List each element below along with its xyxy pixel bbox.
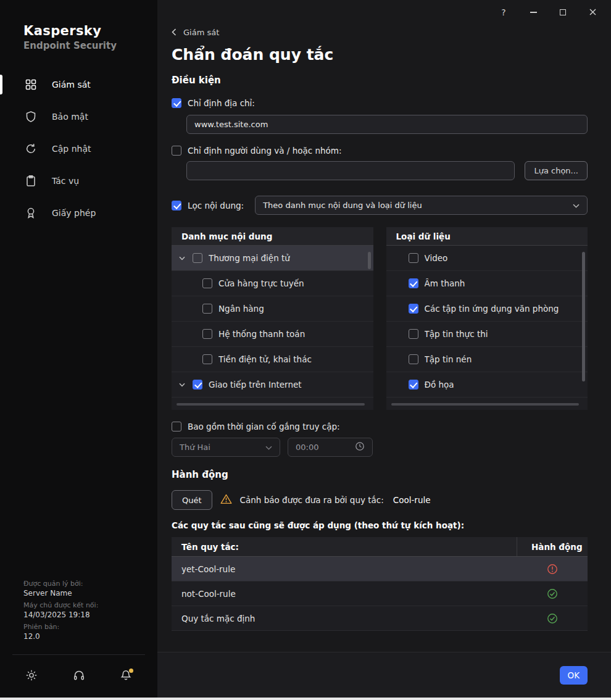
address-checkbox-row: Chỉ định địa chỉ: <box>172 98 588 108</box>
horizontal-scrollbar[interactable] <box>177 403 365 406</box>
sidebar-nav: Giám sát Bảo mật Cập nhật Tác vụ <box>0 69 157 229</box>
rules-table: Tên quy tắc: Hành động yet-Cool-rule not… <box>172 537 588 631</box>
list-item[interactable]: Video <box>386 246 588 271</box>
datatype-checkbox[interactable] <box>409 354 418 364</box>
scan-button[interactable]: Quét <box>172 490 212 510</box>
category-checkbox[interactable] <box>202 304 212 314</box>
content-filter-checkbox[interactable] <box>172 201 181 210</box>
table-row[interactable]: yet-Cool-rule <box>172 557 588 581</box>
minimize-button[interactable] <box>518 0 548 25</box>
category-checkbox[interactable] <box>202 278 212 288</box>
success-icon <box>517 588 588 599</box>
main-area: ? Giám sát Chẩn đoán quy tắc Điều kiện C… <box>157 0 611 698</box>
triggered-rule-name: Cool-rule <box>393 495 431 505</box>
list-item[interactable]: Tập tin nén <box>386 347 588 372</box>
vertical-scrollbar[interactable] <box>368 252 371 269</box>
support-button[interactable] <box>69 666 89 687</box>
ok-button[interactable]: OK <box>560 666 588 685</box>
list-item[interactable]: Đồ họa <box>386 372 588 398</box>
vertical-scrollbar[interactable] <box>582 252 585 381</box>
managed-by-value: Server Name <box>23 589 141 598</box>
notification-dot <box>129 669 133 673</box>
refresh-icon <box>25 143 37 155</box>
version-label: Phiên bản: <box>23 623 141 631</box>
tree-item[interactable]: Cửa hàng trực tuyến <box>172 271 373 296</box>
filter-panels: Danh mục nội dung Thương mại điện tử Cửa… <box>172 227 588 410</box>
action-column-header: Hành động <box>517 537 588 556</box>
chevron-down-icon[interactable] <box>178 256 186 260</box>
version-value: 12.0 <box>23 632 141 641</box>
rule-name-column-header: Tên quy tắc: <box>172 542 517 552</box>
clock-icon <box>355 441 365 453</box>
help-button[interactable]: ? <box>489 0 518 25</box>
chevron-down-icon[interactable] <box>178 383 186 387</box>
sidebar-item-label: Giấy phép <box>52 208 96 218</box>
settings-button[interactable] <box>21 666 42 687</box>
address-checkbox[interactable] <box>172 98 181 108</box>
day-select[interactable]: Thứ Hai <box>172 438 280 457</box>
horizontal-scrollbar[interactable] <box>391 403 580 406</box>
datatype-checkbox[interactable] <box>409 253 418 263</box>
tree-item[interactable]: Hệ thống thanh toán <box>172 322 373 347</box>
list-item[interactable]: Các tập tin ứng dụng văn phòng <box>386 296 588 322</box>
tree-item[interactable]: Thương mại điện tử <box>172 246 373 271</box>
page-content: Giám sát Chẩn đoán quy tắc Điều kiện Chỉ… <box>157 25 611 631</box>
tree-item[interactable]: Ngân hàng <box>172 296 373 322</box>
content-filter-label: Lọc nội dung: <box>188 201 244 210</box>
category-checkbox[interactable] <box>193 253 202 263</box>
sidebar-item-tasks[interactable]: Tác vụ <box>0 165 157 197</box>
time-value: 00:00 <box>296 443 318 452</box>
chevron-down-icon <box>573 201 580 210</box>
close-button[interactable] <box>578 0 607 25</box>
success-icon <box>517 613 588 624</box>
time-checkbox-row: Bao gồm thời gian cố gắng truy cập: <box>172 422 588 431</box>
tree-item-label: Cửa hàng trực tuyến <box>218 278 304 288</box>
address-input[interactable] <box>186 115 588 134</box>
time-input[interactable]: 00:00 <box>288 438 373 457</box>
category-checkbox[interactable] <box>202 354 212 364</box>
maximize-button[interactable] <box>548 0 578 25</box>
tree-item[interactable]: Tiền điện tử, khai thác <box>172 347 373 372</box>
select-users-button[interactable]: Lựa chọn... <box>525 161 588 180</box>
gear-icon <box>25 669 38 684</box>
back-label: Giám sát <box>183 28 219 37</box>
datatype-checkbox[interactable] <box>409 278 418 288</box>
notifications-button[interactable] <box>115 666 136 687</box>
list-item-label: Tập tin nén <box>425 354 472 364</box>
list-item-label: Video <box>425 253 448 263</box>
shield-icon <box>25 110 37 123</box>
data-types-panel: Loại dữ liệu Video Âm thanh Các tập tin … <box>386 227 588 410</box>
back-link[interactable]: Giám sát <box>172 27 588 37</box>
action-heading: Hành động <box>172 469 588 480</box>
tree-item[interactable]: Giao tiếp trên Internet <box>172 372 373 398</box>
datatype-checkbox[interactable] <box>409 329 418 339</box>
users-input[interactable] <box>186 161 515 180</box>
list-item[interactable]: Tập tin thực thi <box>386 322 588 347</box>
content-filter-value: Theo danh mục nội dung và loại dữ liệu <box>263 201 422 210</box>
sidebar-item-monitoring[interactable]: Giám sát <box>0 69 157 101</box>
table-row[interactable]: not-Cool-rule <box>172 581 588 606</box>
sidebar-item-update[interactable]: Cập nhật <box>0 133 157 165</box>
category-checkbox[interactable] <box>202 329 212 339</box>
table-row[interactable]: Quy tắc mặc định <box>172 606 588 631</box>
datatype-checkbox[interactable] <box>409 380 418 390</box>
sidebar-item-license[interactable]: Giấy phép <box>0 197 157 229</box>
time-checkbox[interactable] <box>172 422 181 431</box>
category-checkbox[interactable] <box>193 380 202 390</box>
users-checkbox[interactable] <box>172 146 181 156</box>
users-input-row: Lựa chọn... <box>186 161 588 180</box>
rules-note: Các quy tắc sau cũng sẽ được áp dụng (th… <box>172 520 588 530</box>
sidebar-item-security[interactable]: Bảo mật <box>0 101 157 133</box>
page-title: Chẩn đoán quy tắc <box>172 45 588 65</box>
datatype-checkbox[interactable] <box>409 304 418 314</box>
list-item-label: Các tập tin ứng dụng văn phòng <box>425 304 559 314</box>
warning-text: Cảnh báo được đưa ra bởi quy tắc: <box>240 495 384 505</box>
dashboard-grid-icon <box>25 78 37 91</box>
content-filter-select[interactable]: Theo danh mục nội dung và loại dữ liệu <box>255 196 588 215</box>
list-item[interactable]: Âm thanh <box>386 271 588 296</box>
sidebar-item-label: Giám sát <box>52 80 91 90</box>
help-icon: ? <box>501 7 505 17</box>
tree-item-label: Thương mại điện tử <box>209 253 290 263</box>
list-item-label: Tập tin thực thi <box>425 329 488 339</box>
tree-item-label: Ngân hàng <box>218 304 264 314</box>
